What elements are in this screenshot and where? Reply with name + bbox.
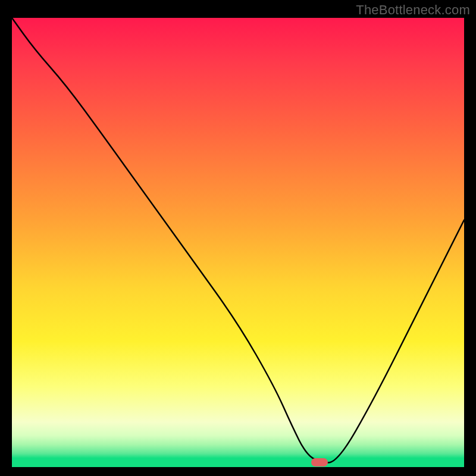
plot-area (12, 18, 464, 467)
bottleneck-curve (12, 18, 464, 467)
optimal-point-marker (311, 458, 328, 466)
chart-frame: TheBottleneck.com (0, 0, 476, 476)
watermark-text: TheBottleneck.com (356, 2, 470, 18)
